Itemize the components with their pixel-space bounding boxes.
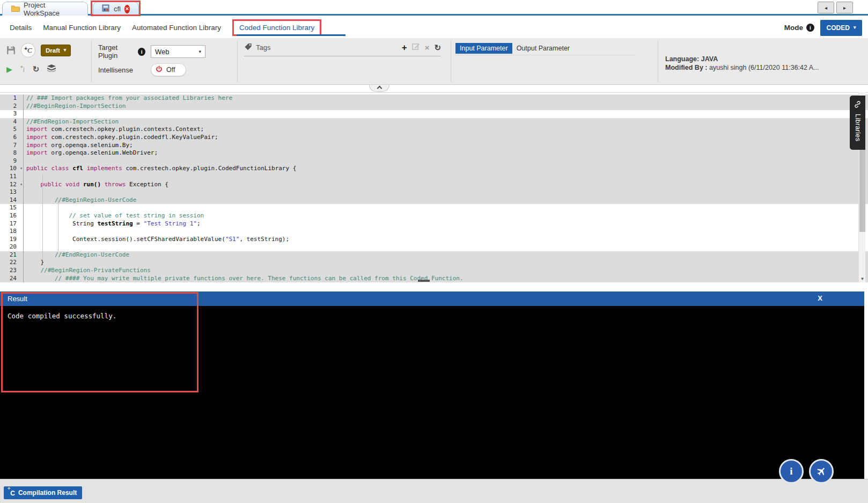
- tab-scroll-left-icon[interactable]: ◂: [818, 2, 834, 13]
- collapse-toolbar-handle[interactable]: [369, 85, 389, 92]
- target-plugin-info-icon[interactable]: i: [138, 48, 145, 56]
- compilation-result-button[interactable]: +C Compilation Result: [4, 486, 82, 499]
- add-coded-function-icon[interactable]: +C: [21, 43, 35, 57]
- line-number: 23: [0, 267, 24, 275]
- line-number: 13: [0, 188, 24, 196]
- chevron-up-icon: [377, 86, 382, 91]
- tab-automated-function-library[interactable]: Automated Function Library: [132, 24, 221, 32]
- code-editor[interactable]: 1// ### Import packages from your associ…: [0, 92, 868, 282]
- layers-icon[interactable]: [47, 64, 56, 74]
- code-line[interactable]: 8import org.openqa.selenium.WebDriver;: [0, 149, 868, 157]
- code-line[interactable]: 11: [0, 173, 868, 181]
- fold-caret-icon[interactable]: ▾: [20, 165, 23, 173]
- horizontal-scrollbar-thumb[interactable]: [418, 280, 430, 282]
- mode-coded-dropdown[interactable]: CODED ▾: [820, 20, 862, 36]
- mode-label-group: Mode i: [784, 24, 814, 32]
- folder-icon: [11, 5, 20, 13]
- code-line[interactable]: 9: [0, 157, 868, 165]
- code-line[interactable]: 6import com.crestech.opkey.plugin.codedf…: [0, 134, 868, 142]
- draft-status-dropdown[interactable]: Draft ▾: [41, 45, 71, 56]
- save-icon[interactable]: [6, 46, 16, 55]
- code-line[interactable]: 20: [0, 243, 868, 251]
- line-number: 17: [0, 220, 24, 228]
- edit-tag-icon[interactable]: [412, 42, 420, 52]
- code-line[interactable]: 13: [0, 188, 868, 196]
- tab-scroll-right-icon[interactable]: ▸: [836, 2, 853, 13]
- line-number: 20: [0, 243, 24, 251]
- code-line[interactable]: 17 String testString = "Test String 1";: [0, 220, 868, 228]
- code-line[interactable]: 23 //#BeginRegion-PrivateFunctions: [0, 267, 868, 275]
- add-info-icon[interactable]: +i: [20, 64, 25, 74]
- code-line[interactable]: 16 // set value of test string in sessio…: [0, 212, 868, 220]
- indent-guide: [58, 198, 58, 251]
- code-line[interactable]: 21 //#EndRegion-UserCode: [0, 251, 868, 259]
- code-line[interactable]: 10▾public class cfl implements com.crest…: [0, 165, 868, 173]
- navigate-floating-button[interactable]: [809, 459, 834, 484]
- vertical-scrollbar-thumb[interactable]: [859, 141, 865, 232]
- code-text: // #### You may write multiple private f…: [24, 275, 464, 282]
- tags-label: Tags: [256, 43, 270, 52]
- chevron-down-icon: ▾: [198, 49, 201, 54]
- code-text: //#BeginRegion-UserCode: [24, 196, 136, 205]
- code-text: public class cfl implements com.crestech…: [24, 165, 296, 173]
- code-line[interactable]: 22 }: [0, 259, 868, 267]
- tab-input-parameter[interactable]: Input Parameter: [455, 43, 512, 54]
- run-icon[interactable]: ▶: [6, 65, 12, 73]
- tab-label: Project WorkSpace: [24, 1, 79, 17]
- tab-project-workspace[interactable]: Project WorkSpace: [2, 2, 88, 16]
- code-line[interactable]: 3: [0, 110, 868, 118]
- code-line[interactable]: 1// ### Import packages from your associ…: [0, 94, 868, 103]
- coded-function-icon: +C: [8, 489, 15, 497]
- line-number: 15: [0, 204, 24, 212]
- result-title: Result: [8, 295, 27, 303]
- intellisense-toggle[interactable]: Off: [151, 63, 186, 76]
- tab-label: cfl: [114, 5, 121, 13]
- modified-by-line: Modified By : ayushi singh (6/11/2020 11…: [665, 63, 868, 72]
- code-line[interactable]: 19 Context.session().setCFSharedVariable…: [0, 236, 868, 244]
- code-line[interactable]: 14 //#BeginRegion-UserCode: [0, 196, 868, 205]
- code-line[interactable]: 12▾ public void run() throws Exception {: [0, 181, 868, 189]
- line-number: 21: [0, 251, 24, 259]
- toolbar-meta-section: Language: JAVA Modified By : ayushi sing…: [658, 38, 868, 84]
- fold-caret-icon[interactable]: ▾: [20, 181, 23, 189]
- close-tab-icon[interactable]: ×: [124, 5, 130, 13]
- code-text: //#BeginRegion-PrivateFunctions: [24, 267, 151, 275]
- window-tab-bar: Project WorkSpace cfl × ◂ ▸: [0, 0, 868, 16]
- tags-input[interactable]: [244, 56, 441, 56]
- code-text: import com.crestech.opkey.plugin.codedfl…: [24, 134, 218, 142]
- code-text: //#EndRegion-ImportSection: [24, 118, 119, 126]
- tab-details[interactable]: Details: [10, 24, 32, 32]
- code-line[interactable]: 5import com.crestech.opkey.plugin.contex…: [0, 126, 868, 134]
- code-text: [24, 110, 26, 118]
- code-text: public void run() throws Exception {: [24, 181, 168, 189]
- tab-output-parameter[interactable]: Output Parameter: [512, 43, 574, 54]
- close-result-button[interactable]: X: [818, 294, 822, 302]
- line-number: 22: [0, 259, 24, 267]
- target-plugin-label: Target Plugin: [98, 43, 135, 60]
- scroll-down-icon[interactable]: ▼: [859, 276, 866, 281]
- code-line[interactable]: 15: [0, 204, 868, 212]
- info-floating-button[interactable]: i: [779, 459, 804, 484]
- code-text: }: [24, 259, 44, 267]
- remove-tag-icon[interactable]: ×: [425, 43, 430, 52]
- mode-info-icon[interactable]: i: [806, 24, 814, 32]
- code-line[interactable]: 4//#EndRegion-ImportSection: [0, 118, 868, 126]
- function-library-nav: Details Manual Function Library Automate…: [0, 17, 868, 38]
- tab-cfl[interactable]: cfl ×: [93, 2, 139, 16]
- code-line[interactable]: 2//#BeginRegion-ImportSection: [0, 103, 868, 111]
- libraries-side-tab[interactable]: Libraries: [850, 96, 865, 150]
- tab-coded-function-library[interactable]: Coded Function Library: [232, 19, 321, 36]
- refresh-tags-icon[interactable]: ↻: [434, 43, 441, 52]
- code-text: import org.openqa.selenium.WebDriver;: [24, 149, 158, 157]
- code-line[interactable]: 7import org.openqa.selenium.By;: [0, 142, 868, 150]
- code-line[interactable]: 24 // #### You may write multiple privat…: [0, 275, 868, 282]
- add-tag-icon[interactable]: +: [402, 43, 407, 52]
- result-panel-header: Result X: [0, 291, 864, 306]
- code-line[interactable]: 18: [0, 228, 868, 236]
- target-plugin-select[interactable]: Web ▾: [151, 45, 205, 58]
- tab-manual-function-library[interactable]: Manual Function Library: [43, 24, 121, 32]
- refresh-icon[interactable]: ↻: [33, 65, 40, 73]
- line-number: 14: [0, 196, 24, 205]
- line-number: 4: [0, 118, 24, 126]
- nav-right-group: Mode i CODED ▾: [784, 20, 862, 36]
